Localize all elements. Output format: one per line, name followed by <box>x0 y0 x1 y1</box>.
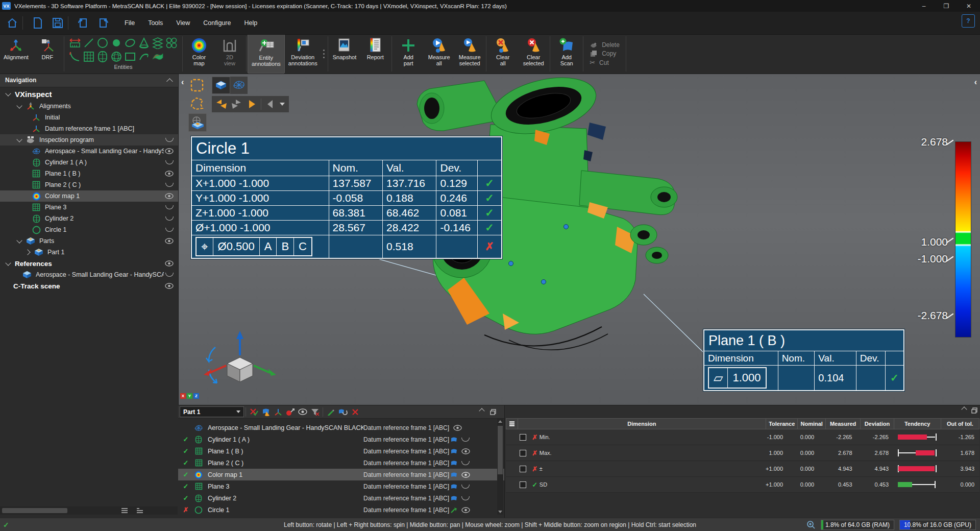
menu-configure[interactable]: Configure <box>197 16 237 30</box>
alignment-button[interactable]: Alignment <box>0 34 32 74</box>
add-scan-button[interactable]: Add Scan <box>551 34 582 74</box>
x-axis-chip[interactable]: X <box>180 393 186 399</box>
step-back-button[interactable] <box>262 97 278 111</box>
nav-item-cylinder-2[interactable]: Cylinder 2 <box>0 213 178 224</box>
freeform-entity-icon[interactable] <box>151 50 164 63</box>
play-annotations-button[interactable] <box>244 97 260 111</box>
visibility-eye-icon[interactable] <box>297 406 309 418</box>
part-view-button[interactable] <box>212 77 230 94</box>
circle-entity-icon[interactable] <box>96 36 109 50</box>
chevron-down-icon[interactable] <box>280 103 285 106</box>
plane-1-annotation[interactable]: Plane 1 ( B ) Dimension Nom. Val. Dev. ▱… <box>703 329 904 391</box>
toolbar-overflow-icon[interactable] <box>321 34 327 74</box>
nav-item-reference-mesh[interactable]: Aerospace - Small Landing Gear - HandySC… <box>0 146 178 157</box>
visibility-hidden-icon[interactable] <box>165 205 174 209</box>
navigation-header[interactable]: Navigation <box>0 74 178 87</box>
nav-item-parts[interactable]: Parts <box>0 235 178 247</box>
scroll-down-icon[interactable] <box>498 511 502 513</box>
visibility-hidden-icon[interactable] <box>165 216 174 221</box>
close-button[interactable]: ✕ <box>958 0 980 12</box>
clear-all-button[interactable]: Clear all <box>487 34 518 74</box>
visibility-eye-icon[interactable] <box>461 507 470 513</box>
nav-item-inspection-program[interactable]: Inspection program <box>0 134 178 146</box>
sequence-row-cylinder-1[interactable]: ✓ Cylinder 1 ( A )Datum reference frame … <box>178 433 504 445</box>
curve-entity-icon[interactable] <box>68 50 82 63</box>
report-button[interactable]: Report <box>360 34 390 74</box>
menu-view[interactable]: View <box>169 16 197 30</box>
attach-entities-icon[interactable] <box>337 406 349 418</box>
scrollbar-thumb[interactable] <box>498 426 503 474</box>
sequence-row-circle-1[interactable]: ✗ Circle 1Datum reference frame 1 [ABC] <box>178 504 504 516</box>
row-checkbox[interactable] <box>520 450 526 456</box>
vertical-scrollbar[interactable] <box>497 419 503 515</box>
sequence-row-plane-1[interactable]: ✓ Plane 1 ( B )Datum reference frame 1 [… <box>178 445 504 457</box>
copy-button[interactable]: Copy <box>590 50 620 57</box>
chevron-up-icon[interactable] <box>961 406 967 412</box>
point-entity-icon[interactable] <box>110 36 123 50</box>
visibility-hidden-icon[interactable] <box>165 160 174 164</box>
menu-file[interactable]: File <box>118 16 141 30</box>
nav-item-references[interactable]: References <box>0 258 178 269</box>
visibility-hidden-icon[interactable] <box>461 461 470 465</box>
nav-item-cylinder-1[interactable]: Cylinder 1 ( A ) <box>0 157 178 168</box>
collapse-right-icon[interactable]: ‹ <box>974 78 977 87</box>
import-session-icon[interactable] <box>76 15 91 31</box>
menu-tools[interactable]: Tools <box>141 16 169 30</box>
probe-pick-icon[interactable] <box>450 506 458 514</box>
alignment-triad-icon[interactable] <box>272 406 284 418</box>
row-checkbox[interactable] <box>520 466 526 472</box>
colormap-shape-icon[interactable] <box>450 448 458 454</box>
visibility-hidden-icon[interactable] <box>165 228 174 232</box>
maximize-button[interactable]: ❐ <box>935 0 958 12</box>
result-row-sd[interactable]: ✓SD +1.000 0.000 0.453 0.453 0.000 <box>506 477 979 493</box>
nav-item-color-map-1[interactable]: Color map 1 <box>0 190 178 202</box>
visibility-eye-icon[interactable] <box>461 448 470 454</box>
menu-help[interactable]: Help <box>237 16 264 30</box>
home-icon[interactable] <box>5 15 20 31</box>
visibility-eye-icon[interactable] <box>165 283 174 289</box>
clear-selected-button[interactable]: Clear selected <box>518 34 549 74</box>
sequence-row-color-map-1[interactable]: ✓ Color map 1Datum reference frame 1 [AB… <box>178 469 504 480</box>
new-session-icon[interactable] <box>30 15 45 31</box>
sequence-row-aerospace[interactable]: Aerospace - Small Landing Gear - HandySC… <box>178 422 504 433</box>
measure-all-button[interactable]: Measure all <box>424 34 454 74</box>
distance-entity-icon[interactable] <box>68 36 82 50</box>
nav-item-alignments[interactable]: Alignments <box>0 101 178 112</box>
chevron-up-icon[interactable] <box>479 408 484 414</box>
circle-1-annotation[interactable]: Circle 1 Dimension Nom. Val. Dev. X+1.00… <box>191 136 502 259</box>
colormap-shape-icon[interactable] <box>450 495 458 501</box>
nav-item-datum-reference-frame[interactable]: Datum reference frame 1 [ABC] <box>0 123 178 134</box>
nav-item-circle-1[interactable]: Circle 1 <box>0 224 178 235</box>
cone-entity-icon[interactable] <box>137 36 151 50</box>
visibility-hidden-icon[interactable] <box>461 438 470 442</box>
ellipse-entity-icon[interactable] <box>124 36 137 50</box>
collapse-panel-icon[interactable] <box>166 78 173 85</box>
nav-item-ctrack-scene[interactable]: C-Track scene <box>0 280 178 292</box>
drf-button[interactable]: DRF <box>32 34 63 74</box>
visibility-hidden-icon[interactable] <box>461 496 470 500</box>
visibility-hidden-icon[interactable] <box>461 485 470 489</box>
nav-item-plane-1[interactable]: Plane 1 ( B ) <box>0 168 178 179</box>
freeform-selection-button[interactable] <box>188 95 206 112</box>
measure-selected-button[interactable]: Measure selected <box>454 34 485 74</box>
visibility-eye-icon[interactable] <box>165 260 174 267</box>
snapshot-button[interactable]: Snapshot <box>329 34 360 74</box>
pattern-entity-icon[interactable] <box>165 36 178 50</box>
cylinder-entity-icon[interactable] <box>96 50 109 63</box>
delete-red-icon[interactable] <box>349 406 361 418</box>
rectangle-selection-button[interactable] <box>188 77 206 94</box>
visibility-eye-icon[interactable] <box>165 238 174 244</box>
color-map-button[interactable]: Color map <box>184 34 214 74</box>
sequence-row-plane-2[interactable]: ✓ Plane 2 ( C )Datum reference frame 1 [… <box>178 457 504 469</box>
surface-selection-button[interactable] <box>188 113 207 132</box>
minimize-button[interactable]: – <box>913 0 935 12</box>
clear-filter-icon[interactable] <box>309 406 321 418</box>
result-row-max[interactable]: ✗Max. 1.000 0.000 2.678 2.678 1.678 <box>506 445 979 461</box>
colormap-shape-icon[interactable] <box>450 436 458 443</box>
part-selector[interactable]: Part 1 <box>180 406 244 417</box>
colormap-shape-icon[interactable] <box>450 471 458 478</box>
save-icon[interactable] <box>50 15 65 31</box>
cut-button[interactable]: ✂Cut <box>590 59 620 66</box>
measure-entity-icon[interactable] <box>260 406 272 418</box>
next-annotations-button[interactable] <box>229 97 244 111</box>
